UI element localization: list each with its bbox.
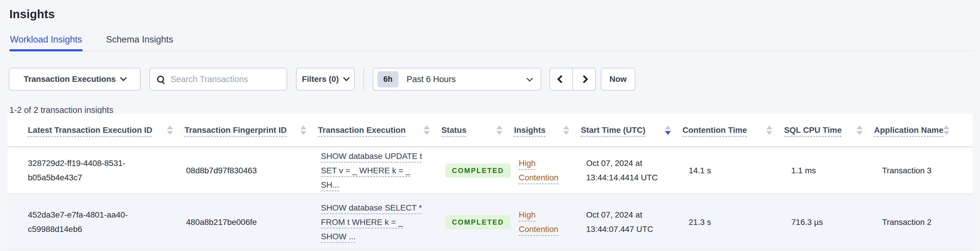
status-badge: COMPLETED: [445, 215, 511, 229]
search-input[interactable]: [170, 75, 281, 84]
search-icon: [157, 76, 164, 83]
column-header-insights[interactable]: Insights: [514, 125, 581, 136]
sort-icon[interactable]: [424, 126, 430, 135]
transaction-execution-cell: SHOW database SELECT * FROM t WHERE k = …: [321, 201, 445, 244]
filters-label: Filters (0): [302, 75, 339, 84]
table-row: 452da3e7-e7fa-4801-aa40-c59988d14eb6 480…: [7, 194, 973, 250]
next-time-window-button[interactable]: [573, 68, 596, 91]
column-header-latest-transaction-execution-id[interactable]: Latest Transaction Execution ID: [28, 125, 185, 136]
sort-icon[interactable]: [766, 126, 772, 135]
transaction-fingerprint-id: 480a8b217be006fe: [186, 215, 321, 229]
application-name: Transaction 2: [882, 215, 961, 229]
page-title: Insights: [0, 0, 980, 21]
status-cell: COMPLETED: [445, 163, 519, 178]
column-header-start-time[interactable]: Start Time (UTC): [581, 125, 682, 136]
time-range-pager: [549, 68, 596, 91]
chevron-down-icon: [120, 75, 127, 81]
toolbar: Transaction Executions Filters (0) 6h Pa…: [9, 68, 980, 91]
insights-cell: High Contention: [519, 208, 586, 237]
arrow-right-icon: [580, 75, 588, 83]
column-header-sql-cpu-time[interactable]: SQL CPU Time: [784, 125, 874, 136]
transaction-execution-link[interactable]: SHOW database SELECT * FROM t WHERE k = …: [321, 203, 422, 241]
latest-transaction-execution-id: 452da3e7-e7fa-4801-aa40-c59988d14eb6: [28, 208, 186, 237]
contention-time: 21.3 s: [689, 215, 791, 229]
sort-icon[interactable]: [857, 126, 862, 135]
insight-link[interactable]: High Contention: [519, 158, 558, 182]
table-header-row: Latest Transaction Execution ID Transact…: [7, 114, 973, 147]
sql-cpu-time: 716.3 µs: [791, 215, 882, 229]
sort-icon[interactable]: [301, 126, 306, 135]
tab-schema-insights[interactable]: Schema Insights: [105, 34, 174, 51]
time-range-badge: 6h: [377, 71, 399, 87]
now-button[interactable]: Now: [601, 68, 635, 91]
transaction-execution-cell: SHOW database UPDATE t SET v = _ WHERE k…: [321, 149, 445, 192]
column-header-contention-time[interactable]: Contention Time: [682, 125, 784, 136]
application-name: Transaction 3: [882, 163, 961, 178]
column-header-application-name[interactable]: Application Name: [874, 125, 961, 136]
insight-link[interactable]: High Contention: [519, 210, 558, 234]
contention-time: 14.1 s: [689, 163, 791, 178]
chevron-down-icon: [527, 75, 533, 82]
search-box[interactable]: [150, 68, 287, 91]
filters-dropdown[interactable]: Filters (0): [296, 68, 355, 91]
sort-icon[interactable]: [943, 126, 949, 135]
sql-cpu-time: 1.1 ms: [791, 163, 882, 178]
tab-workload-insights[interactable]: Workload Insights: [10, 34, 83, 51]
insights-table-card: Latest Transaction Execution ID Transact…: [7, 114, 973, 251]
status-cell: COMPLETED: [445, 215, 519, 229]
time-range-label: Past 6 Hours: [407, 75, 519, 84]
tab-bar: Workload Insights Schema Insights: [10, 34, 973, 51]
previous-time-window-button[interactable]: [549, 68, 573, 91]
start-time: Oct 07, 2024 at 13:44:14.4414 UTC: [586, 156, 689, 185]
column-header-transaction-execution[interactable]: Transaction Execution: [318, 125, 441, 136]
insight-type-dropdown[interactable]: Transaction Executions: [9, 68, 141, 91]
column-header-status[interactable]: Status: [441, 125, 514, 136]
insights-cell: High Contention: [519, 156, 586, 185]
chevron-down-icon: [343, 75, 350, 81]
sort-icon[interactable]: [665, 126, 671, 135]
latest-transaction-execution-id: 328729d2-ff19-4408-8531-b05a5b4e43c7: [28, 156, 186, 185]
start-time: Oct 07, 2024 at 13:44:07.447 UTC: [586, 208, 689, 237]
transaction-fingerprint-id: 08d8b7d97f830463: [186, 163, 321, 178]
sort-icon[interactable]: [167, 126, 173, 135]
status-badge: COMPLETED: [445, 164, 511, 178]
table-row: 328729d2-ff19-4408-8531-b05a5b4e43c7 08d…: [7, 147, 973, 194]
toolbar-divider: [363, 68, 364, 91]
sort-icon[interactable]: [563, 126, 569, 135]
insights-page: Insights Workload Insights Schema Insigh…: [0, 0, 980, 251]
sort-icon[interactable]: [496, 126, 502, 135]
insight-type-label: Transaction Executions: [24, 75, 116, 84]
column-header-transaction-fingerprint-id[interactable]: Transaction Fingerprint ID: [185, 125, 318, 136]
now-label: Now: [609, 75, 627, 84]
time-range-dropdown[interactable]: 6h Past 6 Hours: [373, 68, 541, 91]
arrow-left-icon: [557, 75, 565, 83]
transaction-execution-link[interactable]: SHOW database UPDATE t SET v = _ WHERE k…: [321, 152, 422, 189]
